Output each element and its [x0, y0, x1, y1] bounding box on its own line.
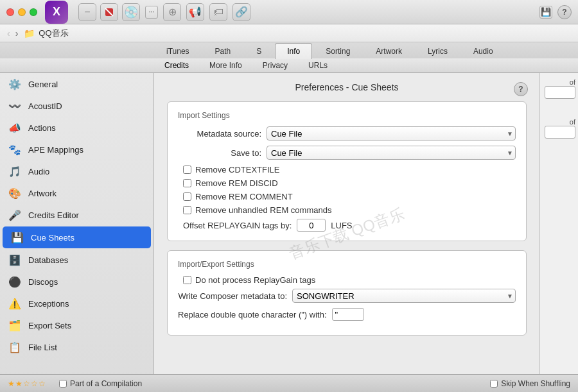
right-panel-content-2: of — [545, 118, 575, 139]
preferences-title: Preferences - Cue Sheets — [167, 82, 527, 92]
close-button[interactable] — [6, 8, 14, 16]
sidebar-item-label: Credits Editor — [28, 210, 79, 220]
sidebar-item-label: AcoustID — [28, 101, 62, 111]
remove-rem-comment-checkbox[interactable] — [183, 192, 191, 201]
toolbar-edit-icon[interactable] — [100, 3, 118, 21]
import-export-settings-title: Import/Export Settings — [178, 260, 516, 269]
toolbar-zoom-icon[interactable]: ⊕ — [163, 3, 181, 21]
sidebar-item-actions[interactable]: 📣 Actions — [0, 117, 153, 139]
sidebar-item-export-sets[interactable]: 🗂️ Export Sets — [0, 314, 153, 336]
save-icon[interactable]: 💾 — [539, 6, 552, 19]
sidebar-item-exceptions[interactable]: ⚠️ Exceptions — [0, 293, 153, 314]
import-export-settings-section: Import/Export Settings Do not process Re… — [167, 250, 527, 336]
megaphone-icon: 📣 — [8, 121, 22, 135]
toolbar-speaker-icon[interactable]: 📢 — [186, 3, 204, 21]
replace-quote-label: Replace double quote character (") with: — [178, 310, 327, 320]
part-of-compilation-checkbox[interactable] — [59, 380, 67, 388]
back-button[interactable]: ‹ — [5, 28, 12, 38]
sidebar: ⚙️ General 〰️ AcoustID 📣 Actions 🐾 APE M… — [0, 73, 154, 392]
tab-s[interactable]: S — [244, 43, 274, 59]
tab-bar: iTunes Path S Info Sorting Artwork Lyric… — [0, 42, 578, 73]
save-to-select[interactable]: Cue File Tags Both — [267, 146, 516, 160]
forward-button[interactable]: › — [13, 28, 21, 38]
right-panel: of of — [539, 73, 578, 392]
tab-credits[interactable]: Credits — [154, 58, 199, 72]
remove-rem-discid-label: Remove REM DISCID — [195, 178, 278, 188]
remove-rem-comment-label: Remove REM COMMENT — [195, 192, 293, 201]
tab-audio[interactable]: Audio — [461, 43, 505, 59]
maximize-button[interactable] — [30, 8, 37, 16]
metadata-source-select-wrapper: Cue File Tags Both ▼ — [267, 126, 516, 141]
toolbar-dots-icon[interactable]: ··· — [145, 6, 158, 19]
nav-bar: ‹ › 📁 QQ音乐 — [0, 24, 578, 42]
title-bar: X − 💿 ··· ⊕ 📢 🏷 🔗 💾 ? — [0, 0, 578, 24]
sidebar-item-general[interactable]: ⚙️ General — [0, 73, 153, 95]
toolbar-disc-icon[interactable]: 💿 — [122, 3, 140, 21]
minimize-button[interactable] — [18, 8, 26, 16]
right-input-2[interactable] — [545, 126, 575, 139]
remove-cdtextfile-checkbox[interactable] — [183, 166, 191, 174]
sidebar-item-label: Artwork — [28, 189, 57, 198]
mic-icon: 🎤 — [8, 208, 22, 222]
metadata-source-select[interactable]: Cue File Tags Both — [267, 126, 516, 141]
offset-row: Offset REPLAYGAIN tags by: LUFS — [178, 219, 516, 232]
paw-icon: 🐾 — [8, 142, 22, 157]
skip-when-shuffling-checkbox[interactable] — [490, 380, 498, 388]
save-to-select-wrapper: Cue File Tags Both ▼ — [267, 146, 516, 160]
tab-privacy[interactable]: Privacy — [252, 58, 298, 72]
tab-sorting[interactable]: Sorting — [313, 43, 362, 59]
offset-input[interactable] — [297, 219, 326, 232]
tab-path[interactable]: Path — [203, 43, 243, 59]
sidebar-item-databases[interactable]: 🗄️ Databases — [0, 249, 153, 271]
wave-icon: 〰️ — [8, 99, 22, 113]
help-float-button[interactable]: ? — [514, 82, 528, 96]
metadata-source-row: Metadata source: Cue File Tags Both ▼ — [178, 126, 516, 141]
remove-rem-discid-checkbox[interactable] — [183, 179, 191, 187]
tab-urls[interactable]: URLs — [298, 58, 338, 72]
write-composer-label: Write Composer metadata to: — [178, 291, 287, 301]
write-composer-select-wrapper: SONGWRITER COMPOSER Both ▼ — [292, 289, 516, 303]
tab-artwork[interactable]: Artwork — [363, 43, 414, 59]
part-of-compilation-label: Part of a Compilation — [70, 379, 142, 388]
right-input-1[interactable] — [545, 86, 575, 99]
app-icon: X — [45, 1, 68, 24]
remove-cdtextfile-label: Remove CDTEXTFILE — [195, 165, 279, 175]
no-replaygain-checkbox[interactable] — [183, 276, 191, 284]
remove-unhandled-row: Remove unhandled REM commands — [178, 205, 516, 215]
toolbar-link-icon[interactable]: 🔗 — [232, 3, 250, 21]
sidebar-item-discogs[interactable]: ⚫ Discogs — [0, 271, 153, 293]
no-replaygain-row: Do not process ReplayGain tags — [178, 275, 516, 285]
tab-more-info[interactable]: More Info — [199, 58, 252, 72]
sidebar-item-acoustid[interactable]: 〰️ AcoustID — [0, 95, 153, 117]
remove-rem-discid-row: Remove REM DISCID — [178, 178, 516, 188]
right-label-2: of — [545, 118, 575, 126]
save-to-label: Save to: — [178, 148, 261, 158]
tab-info[interactable]: Info — [275, 43, 312, 59]
right-label-1: of — [545, 78, 575, 86]
remove-rem-comment-row: Remove REM COMMENT — [178, 192, 516, 201]
toolbar-minus-icon[interactable]: − — [78, 3, 96, 21]
sidebar-item-label: Audio — [28, 167, 49, 176]
replace-quote-input[interactable] — [332, 308, 364, 321]
sidebar-item-label: General — [28, 80, 58, 89]
tab-itunes[interactable]: iTunes — [154, 43, 202, 59]
write-composer-select[interactable]: SONGWRITER COMPOSER Both — [292, 289, 516, 303]
database-icon: 🗄️ — [8, 253, 22, 267]
sidebar-item-artwork[interactable]: 🎨 Artwork — [0, 182, 153, 204]
sidebar-item-cue-sheets[interactable]: 💾 Cue Sheets — [3, 226, 151, 248]
star-rating[interactable]: ★★☆☆☆ — [8, 379, 46, 388]
remove-unhandled-label: Remove unhandled REM commands — [195, 205, 331, 215]
toolbar-tag-icon[interactable]: 🏷 — [209, 3, 227, 21]
tab-lyrics[interactable]: Lyrics — [416, 43, 460, 59]
remove-unhandled-checkbox[interactable] — [183, 206, 191, 214]
offset-unit: LUFS — [331, 221, 352, 230]
sidebar-item-ape-mappings[interactable]: 🐾 APE Mappings — [0, 139, 153, 160]
tab-row-2: Credits More Info Privacy URLs — [0, 58, 578, 72]
help-button[interactable]: ? — [557, 5, 572, 19]
toolbar-icons: X − 💿 ··· ⊕ 📢 🏷 🔗 — [45, 1, 250, 24]
traffic-lights — [6, 8, 37, 16]
sidebar-item-file-list[interactable]: 📋 File List — [0, 336, 153, 358]
sidebar-item-credits-editor[interactable]: 🎤 Credits Editor — [0, 204, 153, 226]
sidebar-item-audio[interactable]: 🎵 Audio — [0, 160, 153, 182]
right-panel-content-1: of — [545, 78, 575, 99]
